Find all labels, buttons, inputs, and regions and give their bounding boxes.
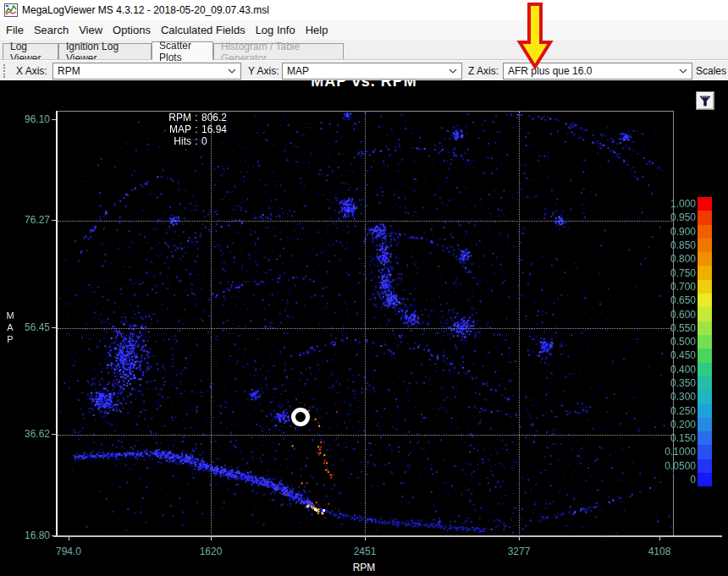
chevron-down-icon [228, 69, 236, 74]
color-scale-row: 0.500 [654, 335, 712, 348]
color-scale-value: 0.1000 [654, 446, 698, 458]
color-scale-value: 0.800 [654, 253, 698, 265]
axis-toolbar: X Axis: RPM Y Axis: MAP Z Axis: AFR plus… [0, 60, 728, 80]
gridline-horizontal [58, 221, 674, 222]
color-scale-swatch [698, 252, 712, 266]
plot-area[interactable] [58, 111, 674, 535]
chart-title: MAP vs. RPM [0, 80, 728, 91]
toolbar-drag-handle[interactable] [3, 64, 6, 78]
color-scale-swatch [698, 335, 712, 348]
x-tick-mark [211, 537, 212, 540]
readout-label: Hits [161, 135, 191, 147]
color-scale-value: 0.750 [654, 267, 698, 279]
menu-item-search[interactable]: Search [29, 20, 74, 40]
x-tick-mark [519, 537, 520, 540]
color-scale-value: 1.000 [654, 198, 698, 210]
color-scale-value: 0.450 [654, 349, 698, 361]
y-tick-label: 36.62 [0, 428, 52, 440]
readout-colon: : [191, 123, 201, 135]
x-tick-mark [365, 537, 366, 540]
chevron-down-icon [449, 69, 457, 74]
menu-item-options[interactable]: Options [108, 20, 156, 40]
y-axis-select[interactable]: MAP [282, 63, 462, 80]
color-scale-value: 0.650 [654, 294, 698, 306]
tab-log-viewer[interactable]: Log Viewer [3, 43, 58, 60]
x-axis-value: RPM [58, 65, 80, 77]
color-scale-swatch [698, 473, 712, 486]
filter-button[interactable] [696, 91, 714, 110]
y-axis-label: Y Axis: [248, 61, 279, 81]
color-scale-swatch [698, 390, 712, 403]
color-scale-value: 0.500 [654, 336, 698, 348]
y-tick-mark [52, 327, 57, 328]
y-tick-mark [52, 434, 57, 435]
color-scale-value: 0.850 [654, 239, 698, 251]
x-tick-mark [659, 537, 660, 540]
color-scale-swatch [698, 431, 712, 445]
color-scale-row: 0.300 [654, 390, 712, 403]
color-scale-value: 0.950 [654, 211, 698, 223]
color-scale-swatch [698, 445, 712, 458]
color-scale-swatch [698, 197, 712, 211]
menu-item-log-info[interactable]: Log Info [251, 20, 301, 40]
color-scale-row: 0.450 [654, 348, 712, 362]
color-scale-swatch [698, 376, 712, 390]
color-scale-swatch [698, 293, 712, 307]
x-tick-label: 794.0 [43, 546, 94, 557]
x-tick-label: 1620 [185, 546, 236, 557]
tab-bar: Log ViewerIgnition Log ViewerScatter Plo… [0, 40, 728, 60]
cursor-marker [291, 408, 310, 426]
filter-funnel-icon [699, 96, 711, 107]
color-scale-swatch [698, 459, 712, 473]
scatter-canvas [58, 112, 674, 536]
app-icon [4, 3, 18, 17]
gridline-horizontal [58, 435, 674, 436]
readout-value: 0 [201, 135, 207, 147]
app-window: MegaLogViewer MS 4.3.12 - 2018-05-20_09.… [0, 0, 728, 576]
color-scale-value: 0.200 [654, 419, 698, 431]
menu-item-view[interactable]: View [74, 20, 108, 40]
color-scale-value: 0.300 [654, 391, 698, 403]
scales-button[interactable]: Scales [696, 61, 726, 81]
color-scale-swatch [698, 266, 712, 279]
tab-ignition-log-viewer[interactable]: Ignition Log Viewer [58, 43, 152, 60]
color-scale-swatch [698, 348, 712, 362]
x-axis-select[interactable]: RPM [52, 63, 241, 80]
color-scale-row: 1.000 [654, 197, 712, 211]
color-scale-swatch [698, 403, 712, 417]
color-scale-row: 0.250 [654, 403, 712, 417]
menu-bar: FileSearchViewOptionsCalculated FieldsLo… [0, 20, 728, 40]
color-scale-swatch [698, 418, 712, 431]
x-axis-label: X Axis: [16, 61, 47, 81]
readout-value: 16.94 [201, 123, 227, 135]
y-tick-label: 96.10 [0, 113, 52, 125]
color-scale-value: 0.550 [654, 322, 698, 334]
y-tick-mark [52, 535, 57, 536]
readout-row: RPM:806.2 [161, 112, 227, 123]
x-tick-label: 4108 [634, 546, 685, 557]
readout-row: Hits:0 [161, 135, 227, 147]
tab-scatter-plots[interactable]: Scatter Plots [152, 41, 213, 60]
menu-item-file[interactable]: File [1, 20, 29, 40]
gridline-vertical [365, 112, 366, 536]
color-scale-row: 0.900 [654, 225, 712, 239]
y-tick-mark [52, 220, 57, 221]
color-scale-value: 0.700 [654, 281, 698, 293]
color-scale-row: 0.950 [654, 211, 712, 224]
color-scale-row: 0.850 [654, 239, 712, 252]
color-scale-row: 0.700 [654, 280, 712, 293]
color-scale-row: 0.550 [654, 321, 712, 335]
x-tick-mark [69, 537, 69, 540]
color-scale-row: 0.1000 [654, 445, 712, 458]
color-scale-value: 0.350 [654, 377, 698, 389]
menu-item-calculated-fields[interactable]: Calculated Fields [156, 20, 251, 40]
y-axis-value: MAP [287, 65, 309, 77]
color-scale-row: 0.200 [654, 418, 712, 431]
readout-label: RPM [161, 112, 191, 123]
menu-item-help[interactable]: Help [301, 20, 334, 40]
readout-label: MAP [161, 123, 191, 135]
color-scale-row: 0.750 [654, 266, 712, 279]
color-scale-swatch [698, 363, 712, 376]
color-scale-value: 0 [654, 474, 698, 485]
color-scale-swatch [698, 280, 712, 293]
